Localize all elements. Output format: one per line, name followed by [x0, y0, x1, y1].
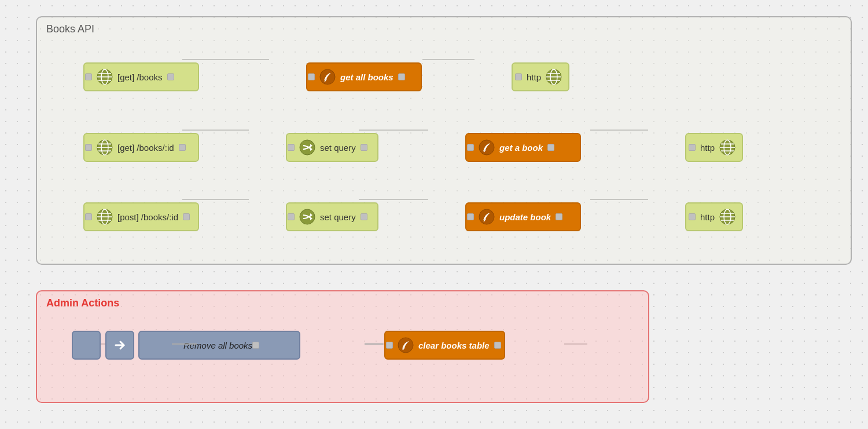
node-http-out-2[interactable]: http — [685, 133, 743, 162]
node-inject-arrow[interactable] — [105, 331, 134, 360]
port-out-func-2 — [547, 144, 554, 151]
port-in-func-2 — [467, 144, 474, 151]
port-in-http-3 — [689, 213, 696, 220]
port-in-func-1 — [308, 73, 315, 80]
globe-icon-1 — [97, 69, 113, 85]
svg-point-28 — [300, 140, 315, 155]
books-api-label: Books API — [46, 23, 94, 35]
globe-icon-2 — [97, 139, 113, 156]
svg-point-31 — [479, 140, 494, 155]
node-update-book-func[interactable]: update book — [465, 202, 581, 231]
globe-icon-3 — [97, 209, 113, 225]
node-http-out-1[interactable]: http — [512, 62, 569, 91]
port-in-sq-3 — [288, 213, 295, 220]
node-get-a-book-func[interactable]: get a book — [465, 133, 581, 162]
shuffle-icon-3 — [299, 209, 315, 225]
node-set-query-3[interactable]: set query — [286, 202, 378, 231]
node-http-out-3[interactable]: http — [685, 202, 743, 231]
node-clear-books-func[interactable]: clear books table — [384, 331, 505, 360]
feather-icon-3 — [479, 209, 495, 225]
globe-icon-http-2 — [719, 139, 735, 156]
port-out-3 — [183, 213, 190, 220]
svg-point-43 — [300, 209, 315, 224]
port-out-remove — [252, 342, 259, 349]
port-out-func-3 — [556, 213, 562, 220]
update-book-label: update book — [499, 212, 551, 222]
svg-point-16 — [320, 69, 335, 84]
http-out-label-3: http — [700, 212, 715, 222]
port-in-3 — [85, 213, 92, 220]
canvas: Books API [get] /books get all book — [0, 0, 868, 429]
port-in-clear — [386, 342, 393, 349]
feather-icon-1 — [319, 69, 336, 85]
set-query-label-3: set query — [320, 212, 356, 222]
port-in-2 — [85, 144, 92, 151]
node-get-all-books-func[interactable]: get all books — [306, 62, 422, 91]
port-in-http-1 — [515, 73, 522, 80]
http-out-label-1: http — [527, 72, 541, 82]
arrow-right-icon — [113, 338, 127, 352]
port-out-sq-3 — [361, 213, 367, 220]
port-out-2 — [179, 144, 186, 151]
port-out-func-1 — [398, 73, 405, 80]
port-out-clear — [494, 342, 501, 349]
admin-actions-label: Admin Actions — [46, 297, 119, 309]
port-in-1 — [85, 73, 92, 80]
books-api-group: Books API [get] /books get all book — [36, 16, 852, 265]
feather-icon-admin — [398, 337, 414, 353]
admin-actions-group: Admin Actions Remove all books clear boo… — [36, 290, 649, 403]
node-post-book-id[interactable]: [post] /books/:id — [83, 202, 199, 231]
svg-point-46 — [479, 209, 494, 224]
port-in-sq-2 — [288, 144, 295, 151]
port-out-sq-2 — [361, 144, 367, 151]
node-inject[interactable] — [72, 331, 101, 360]
globe-icon-http-3 — [719, 209, 735, 225]
set-query-label-2: set query — [320, 143, 356, 153]
clear-books-label: clear books table — [418, 341, 490, 350]
svg-point-53 — [398, 338, 413, 353]
get-a-book-label: get a book — [499, 143, 543, 153]
node-get-books[interactable]: [get] /books — [83, 62, 199, 91]
port-out-1 — [167, 73, 174, 80]
post-book-id-label: [post] /books/:id — [117, 212, 178, 222]
http-out-label-2: http — [700, 143, 715, 153]
get-book-id-label: [get] /books/:id — [117, 143, 174, 153]
get-books-label: [get] /books — [117, 72, 163, 82]
node-set-query-2[interactable]: set query — [286, 133, 378, 162]
shuffle-icon-2 — [299, 139, 315, 156]
port-in-func-3 — [467, 213, 474, 220]
remove-all-books-label: Remove all books — [183, 341, 252, 350]
port-in-http-2 — [689, 144, 696, 151]
globe-icon-http-1 — [546, 69, 562, 85]
node-remove-all-books[interactable]: Remove all books — [138, 331, 300, 360]
get-all-books-label: get all books — [340, 72, 393, 82]
feather-icon-2 — [479, 139, 495, 156]
node-get-book-id[interactable]: [get] /books/:id — [83, 133, 199, 162]
